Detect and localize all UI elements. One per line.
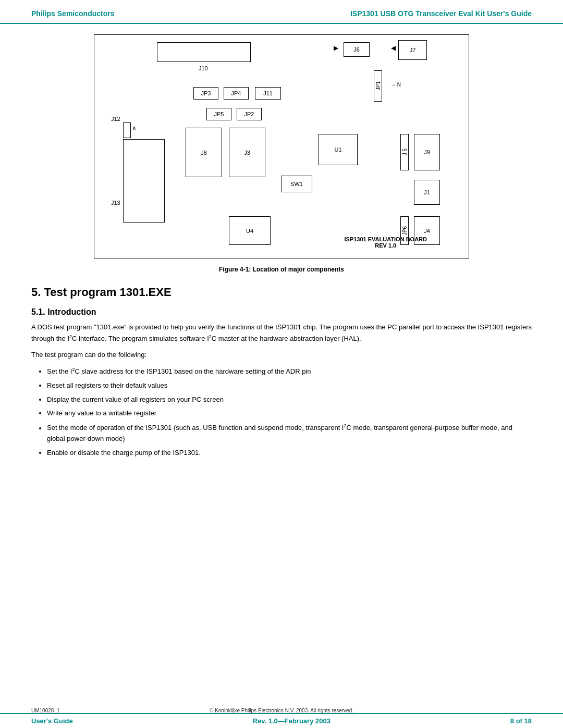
section-heading: 5. Test program 1301.EXE <box>31 286 532 299</box>
usb-connector <box>157 42 251 62</box>
section-title: Test program 1301.EXE <box>44 286 171 299</box>
j12-mark: ∧ <box>132 125 137 132</box>
diagram-container: J10 J6 J7 ▶ ◀ JP1 → N JP3 JP4 J11 JP5 <box>31 34 532 273</box>
footer-copyright: © Koninklijke Philips Electronics N.V. 2… <box>210 708 353 713</box>
comp-j3: J3 <box>229 128 265 177</box>
comp-jp5: JP5 <box>206 108 231 120</box>
comp-jp4: JP4 <box>224 87 249 100</box>
figure-caption: Figure 4-1: Location of major components <box>219 266 344 273</box>
label-jp1-pins: → N <box>390 82 401 88</box>
comp-u1: U1 <box>319 134 358 165</box>
comp-u4: U4 <box>229 216 271 245</box>
comp-sw1: SW1 <box>281 176 312 192</box>
bullet-4: Write any value to a writable register <box>47 408 532 419</box>
feature-list: Set the I2C slave address for the ISP130… <box>47 366 532 459</box>
board-rev: REV 1.0 <box>344 242 427 249</box>
comp-j9: J9 <box>414 134 440 170</box>
comp-j12 <box>123 122 131 138</box>
comp-jp1: JP1 <box>374 70 382 102</box>
comp-j8: J8 <box>186 128 222 177</box>
comp-left-connector <box>123 139 165 223</box>
subsection-title: Introduction <box>47 307 96 316</box>
bullet-6: Enable or disable the charge pump of the… <box>47 448 532 459</box>
board-label: ISP1301 EVALUATION BOARD REV 1.0 <box>344 236 427 249</box>
header-company: Philips Semiconductors <box>31 9 114 18</box>
comp-jp2: JP2 <box>237 108 262 120</box>
label-j12: J12 <box>111 116 120 122</box>
intro-paragraph-2: The test program can do the following: <box>31 350 532 361</box>
bullet-2: Reset all registers to their default val… <box>47 380 532 391</box>
arrow-j6: ▶ <box>334 44 338 52</box>
board-diagram: J10 J6 J7 ▶ ◀ JP1 → N JP3 JP4 J11 JP5 <box>94 34 469 258</box>
comp-j5: J 5 <box>400 134 409 170</box>
label-j13: J13 <box>111 200 120 206</box>
section-number: 5. <box>31 286 44 299</box>
header-title: ISP1301 USB OTG Transceiver Eval Kit Use… <box>350 9 532 18</box>
page-footer: User's Guide Rev. 1.0—February 2003 8 of… <box>0 713 563 728</box>
label-jp6: JP6 <box>402 226 408 235</box>
footer-doc-number: UM10028_1 <box>31 708 59 713</box>
subsection-number: 5.1. <box>31 307 47 316</box>
comp-j11: J11 <box>255 87 281 100</box>
comp-jp3: JP3 <box>193 87 218 100</box>
subsection-heading: 5.1. Introduction <box>31 307 532 317</box>
board-title: ISP1301 EVALUATION BOARD <box>344 236 427 242</box>
arrow-j7: ◀ <box>391 44 396 52</box>
comp-j1: J1 <box>414 180 440 205</box>
bullet-3: Display the current value of all registe… <box>47 394 532 405</box>
footer-rev-date: Rev. 1.0—February 2003 <box>73 717 510 725</box>
page-header: Philips Semiconductors ISP1301 USB OTG T… <box>0 0 563 24</box>
bullet-1: Set the I2C slave address for the ISP130… <box>47 366 532 377</box>
intro-paragraph-1: A DOS test program "1301.exe" is provide… <box>31 322 532 344</box>
footer-users-guide: User's Guide <box>31 717 73 725</box>
label-j5: J 5 <box>402 149 408 155</box>
bullet-5: Set the mode of operation of the ISP1301… <box>47 422 532 445</box>
comp-j6: J6 <box>344 42 370 57</box>
footer-page-number: 8 of 18 <box>510 717 532 725</box>
comp-j7: J7 <box>398 40 427 60</box>
page-content: J10 J6 J7 ▶ ◀ JP1 → N JP3 JP4 J11 JP5 <box>0 24 563 474</box>
label-jp1: JP1 <box>375 81 381 90</box>
label-j10: J10 <box>199 65 208 71</box>
